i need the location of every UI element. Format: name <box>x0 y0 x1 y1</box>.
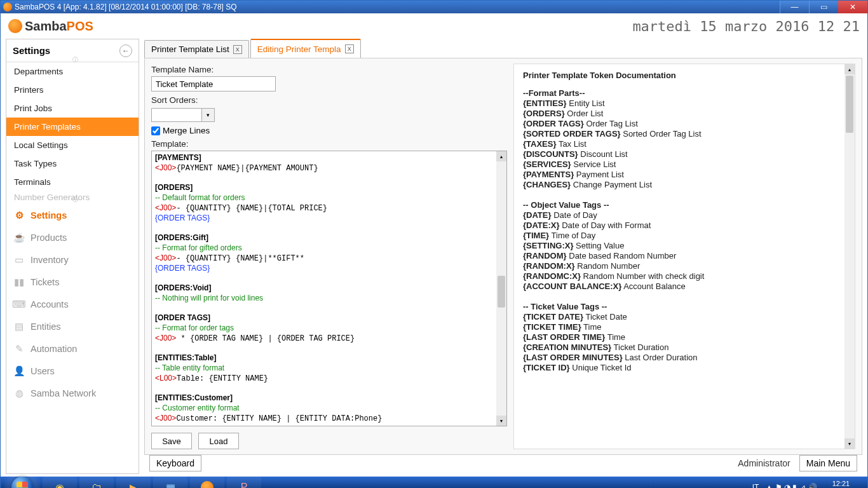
app-logo: SambaPOS <box>8 19 93 34</box>
sidebar-section-item[interactable]: ☕Products <box>6 226 139 248</box>
taskbar-chrome-icon[interactable]: ◉ <box>43 477 77 488</box>
info-icon: ⓘ <box>72 196 78 204</box>
windows-taskbar: ◉ 🗂 ▶ ▦ P IT ▲ ⚑ ◑ ▮ ⊿ 🔊 12:21 15/03/201… <box>1 477 867 488</box>
sidebar-section-item[interactable]: ▤Entities <box>6 315 139 337</box>
current-user-label: Administrator <box>738 458 790 468</box>
system-tray: IT ▲ ⚑ ◑ ▮ ⊿ 🔊 12:21 15/03/2016 <box>752 480 864 488</box>
sidebar-section-item[interactable]: ⌨Accounts <box>6 293 139 315</box>
editor-panel: Template Name: Sort Orders: ▾ Merge Line… <box>144 58 862 455</box>
sidebar-section-icon: ⌨ <box>13 299 25 310</box>
sidebar-item[interactable]: Departments <box>6 62 139 81</box>
sidebar-section-item[interactable]: ◍Samba Network <box>6 382 139 404</box>
sidebar-section-item[interactable]: ▮▮Tickets <box>6 271 139 293</box>
tray-clock[interactable]: 12:21 15/03/2016 <box>824 480 858 488</box>
sidebar-section-label: Automation <box>31 344 77 354</box>
start-button[interactable] <box>4 477 40 488</box>
scroll-thumb[interactable] <box>846 76 853 133</box>
info-icon: ⓘ <box>72 56 78 64</box>
sidebar-section-icon: ◍ <box>13 388 25 399</box>
editor-scrollbar[interactable]: ▴ ▾ <box>496 151 506 426</box>
scroll-up-icon[interactable]: ▴ <box>496 151 506 161</box>
close-icon[interactable]: X <box>345 44 354 53</box>
sidebar-section-label: Inventory <box>31 255 69 265</box>
sidebar-bottom-list: ⚙Settings☕Products▭Inventory▮▮Tickets⌨Ac… <box>6 204 139 404</box>
scroll-down-icon[interactable]: ▾ <box>496 416 506 426</box>
close-icon[interactable]: X <box>233 45 242 54</box>
sidebar-item[interactable]: Printers <box>6 81 139 99</box>
taskbar-powerpoint-icon[interactable]: P <box>227 477 261 488</box>
sidebar-section-label: Samba Network <box>31 388 96 398</box>
taskbar-media-icon[interactable]: ▶ <box>116 477 151 488</box>
tray-language[interactable]: IT <box>752 483 759 488</box>
sidebar-item[interactable]: Task Types <box>6 154 139 173</box>
sidebar-section-icon: ⚙ <box>13 210 25 221</box>
sidebar-back-button[interactable]: ← <box>119 44 132 57</box>
sidebar-section-icon: 👤 <box>13 365 25 377</box>
sidebar-section-icon: ✎ <box>13 343 25 355</box>
sidebar-top-list: ⓘ DepartmentsPrintersPrint JobsPrinter T… <box>6 62 139 203</box>
load-button[interactable]: Load <box>198 433 239 449</box>
merge-lines-checkbox[interactable] <box>151 126 160 135</box>
taskbar-explorer-icon[interactable]: 🗂 <box>79 477 114 488</box>
merge-lines-row[interactable]: Merge Lines <box>151 126 507 135</box>
tab[interactable]: Editing Printer TemplaX <box>250 39 361 58</box>
template-name-label: Template Name: <box>151 65 507 74</box>
keyboard-button[interactable]: Keyboard <box>149 455 201 471</box>
taskbar-app-icon[interactable]: ▦ <box>153 477 187 488</box>
scroll-track[interactable] <box>496 161 506 416</box>
scroll-track[interactable] <box>844 74 855 438</box>
footer-bar: Keyboard Administrator Main Menu <box>144 455 862 474</box>
sidebar-section-icon: ▤ <box>13 321 25 332</box>
template-name-input[interactable] <box>151 76 276 92</box>
template-editor[interactable]: [PAYMENTS] <J00>{PAYMENT NAME}|{PAYMENT … <box>152 151 496 426</box>
sidebar-item[interactable]: Printer Templates <box>6 118 139 136</box>
scroll-up-icon[interactable]: ▴ <box>844 64 855 74</box>
template-editor-wrap: [PAYMENTS] <J00>{PAYMENT NAME}|{PAYMENT … <box>151 151 507 426</box>
sidebar-item[interactable]: Local Settings <box>6 136 139 154</box>
sidebar-section-icon: ▭ <box>13 254 25 266</box>
taskbar-sambapos-icon[interactable] <box>190 477 224 488</box>
doc-scrollbar[interactable]: ▴ ▾ <box>844 64 855 449</box>
header-datetime: martedì 15 marzo 2016 12 21 <box>632 18 860 34</box>
sidebar-section-item[interactable]: ✎Automation <box>6 337 139 360</box>
window-close-button[interactable]: ✕ <box>838 1 867 13</box>
sidebar-section-label: Tickets <box>31 277 59 287</box>
logo-icon <box>8 19 22 33</box>
scroll-thumb[interactable] <box>498 276 505 308</box>
sidebar-section-label: Entities <box>31 322 61 332</box>
sidebar-title: Settings <box>13 45 50 56</box>
sidebar-item[interactable]: Print Jobs <box>6 99 139 118</box>
sort-orders-label: Sort Orders: <box>151 95 507 105</box>
window-minimize-button[interactable]: — <box>780 1 809 13</box>
template-label: Template: <box>151 139 507 149</box>
doc-panel: Printer Template Token Documentation--Fo… <box>513 64 855 449</box>
doc-content: Printer Template Token Documentation--Fo… <box>514 64 844 449</box>
window-title: SambaPOS 4 [App: 4.1.82] [08/12/2014 01:… <box>15 3 780 11</box>
tab-label: Printer Template List <box>151 44 229 54</box>
main-area: Printer Template ListXEditing Printer Te… <box>144 39 862 474</box>
sidebar-section-item[interactable]: 👤Users <box>6 360 139 382</box>
brand-bar: SambaPOS martedì 15 marzo 2016 12 21 <box>1 13 867 39</box>
merge-lines-label: Merge Lines <box>163 126 210 135</box>
sidebar: Settings ← ⓘ DepartmentsPrintersPrint Jo… <box>6 39 139 474</box>
tab-strip: Printer Template ListXEditing Printer Te… <box>144 39 862 58</box>
sidebar-section-label: Products <box>31 233 67 243</box>
logo-text-a: Samba <box>25 19 67 34</box>
window-titlebar: SambaPOS 4 [App: 4.1.82] [08/12/2014 01:… <box>1 1 867 13</box>
logo-text-b: POS <box>67 19 93 34</box>
sidebar-section-icon: ▮▮ <box>13 276 25 288</box>
window-maximize-button[interactable]: ▭ <box>809 1 838 13</box>
sort-orders-value[interactable] <box>151 108 202 122</box>
tray-icons[interactable]: ▲ ⚑ ◑ ▮ ⊿ 🔊 <box>765 483 817 488</box>
main-menu-button[interactable]: Main Menu <box>799 455 857 471</box>
tab[interactable]: Printer Template ListX <box>144 40 249 58</box>
sidebar-section-item[interactable]: ▭Inventory <box>6 248 139 271</box>
chevron-down-icon[interactable]: ▾ <box>202 108 215 122</box>
sort-orders-combo[interactable]: ▾ <box>151 108 215 122</box>
save-button[interactable]: Save <box>151 433 192 449</box>
scroll-down-icon[interactable]: ▾ <box>844 438 855 449</box>
sidebar-section-label: Settings <box>31 210 67 220</box>
sidebar-section-item[interactable]: ⚙Settings <box>6 204 139 226</box>
tab-label: Editing Printer Templa <box>257 44 341 54</box>
sidebar-item[interactable]: Terminals <box>6 173 139 191</box>
